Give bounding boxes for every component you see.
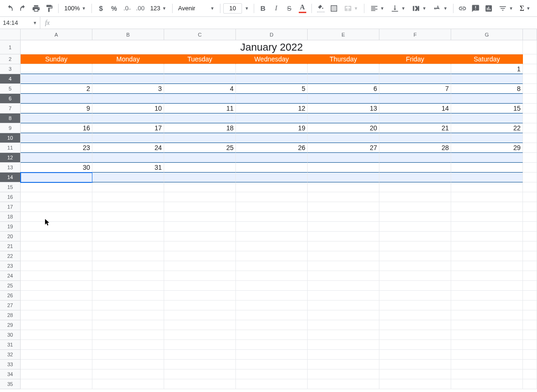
empty-cell[interactable] [21,320,92,330]
row-header-17[interactable]: 17 [0,202,20,212]
empty-cell[interactable] [308,271,379,281]
empty-cell[interactable] [451,301,523,310]
text-color-button[interactable]: A [296,2,309,15]
empty-cell[interactable] [92,350,164,360]
empty-cell[interactable] [21,369,92,379]
empty-cell[interactable] [379,369,451,379]
row-header-13[interactable]: 13 [0,163,20,173]
date-cell[interactable] [379,64,451,74]
empty-cell[interactable] [451,241,523,251]
date-cell[interactable] [451,163,523,173]
empty-cell[interactable] [379,330,451,340]
row-header-16[interactable]: 16 [0,192,20,202]
empty-cell[interactable] [379,202,451,212]
empty-cell[interactable] [308,369,379,379]
empty-cell[interactable] [92,202,164,212]
empty-cell[interactable] [236,251,308,261]
event-cell[interactable] [236,94,308,104]
empty-cell[interactable] [236,291,308,301]
empty-cell[interactable] [164,360,236,369]
empty-cell[interactable] [379,192,451,202]
event-cell[interactable] [92,94,164,104]
empty-cell[interactable] [21,379,92,389]
decrease-decimal-button[interactable]: .0_ [121,2,133,15]
empty-cell[interactable] [164,241,236,251]
day-header-cell[interactable]: Wednesday [236,54,308,64]
column-header-B[interactable]: B [92,29,164,40]
vertical-align-dropdown[interactable]: ▼ [388,2,408,15]
format-percent-button[interactable]: % [108,2,120,15]
event-cell[interactable] [21,113,92,123]
event-cell[interactable] [379,173,451,182]
horizontal-align-dropdown[interactable]: ▼ [367,2,387,15]
row-header-27[interactable]: 27 [0,301,20,310]
date-cell[interactable]: 4 [164,84,236,94]
date-cell[interactable]: 17 [92,123,164,133]
row-header-14[interactable]: 14 [0,173,20,182]
row-header-11[interactable]: 11 [0,143,20,153]
empty-cell[interactable] [236,202,308,212]
day-header-cell[interactable]: Friday [379,54,451,64]
empty-cell[interactable] [236,212,308,222]
date-cell[interactable]: 11 [164,104,236,113]
empty-cell[interactable] [164,320,236,330]
row-header-19[interactable]: 19 [0,222,20,232]
date-cell[interactable]: 8 [451,84,523,94]
merge-cells-dropdown[interactable]: ▼ [341,2,361,15]
date-cell[interactable] [21,64,92,74]
borders-button[interactable] [328,2,340,15]
row-header-30[interactable]: 30 [0,330,20,340]
empty-cell[interactable] [451,379,523,389]
empty-cell[interactable] [236,340,308,350]
empty-cell[interactable] [236,241,308,251]
row-header-9[interactable]: 9 [0,123,20,133]
row-header-22[interactable]: 22 [0,251,20,261]
event-cell[interactable] [308,173,379,182]
empty-cell[interactable] [92,320,164,330]
empty-cell[interactable] [308,182,379,192]
event-cell[interactable] [92,133,164,143]
event-cell[interactable] [92,173,164,182]
name-box[interactable]: 14:14 ▼ [0,17,40,29]
empty-cell[interactable] [379,222,451,232]
filter-dropdown[interactable]: ▼ [496,2,516,15]
empty-cell[interactable] [21,291,92,301]
event-cell[interactable] [164,153,236,163]
date-cell[interactable]: 26 [236,143,308,153]
empty-cell[interactable] [21,192,92,202]
empty-cell[interactable] [164,369,236,379]
row-header-33[interactable]: 33 [0,360,20,369]
empty-cell[interactable] [451,310,523,320]
empty-cell[interactable] [21,281,92,291]
row-header-12[interactable]: 12 [0,153,20,163]
row-header-25[interactable]: 25 [0,281,20,291]
empty-cell[interactable] [21,271,92,281]
event-cell[interactable] [451,153,523,163]
date-cell[interactable] [236,64,308,74]
date-cell[interactable]: 12 [236,104,308,113]
row-header-3[interactable]: 3 [0,64,20,74]
empty-cell[interactable] [21,202,92,212]
event-cell[interactable] [164,94,236,104]
event-cell[interactable] [451,113,523,123]
text-rotation-dropdown[interactable]: ▼ [430,2,450,15]
empty-cell[interactable] [308,261,379,271]
empty-cell[interactable] [21,232,92,241]
empty-cell[interactable] [236,310,308,320]
empty-cell[interactable] [164,350,236,360]
text-wrap-dropdown[interactable]: ▼ [409,2,429,15]
empty-cell[interactable] [164,340,236,350]
event-cell[interactable] [92,74,164,84]
empty-cell[interactable] [92,310,164,320]
empty-cell[interactable] [92,261,164,271]
date-cell[interactable]: 25 [164,143,236,153]
empty-cell[interactable] [92,340,164,350]
print-button[interactable] [30,2,42,15]
row-header-21[interactable]: 21 [0,241,20,251]
empty-cell[interactable] [92,271,164,281]
empty-cell[interactable] [379,379,451,389]
empty-cell[interactable] [164,222,236,232]
empty-cell[interactable] [308,350,379,360]
event-cell[interactable] [308,94,379,104]
empty-cell[interactable] [92,379,164,389]
